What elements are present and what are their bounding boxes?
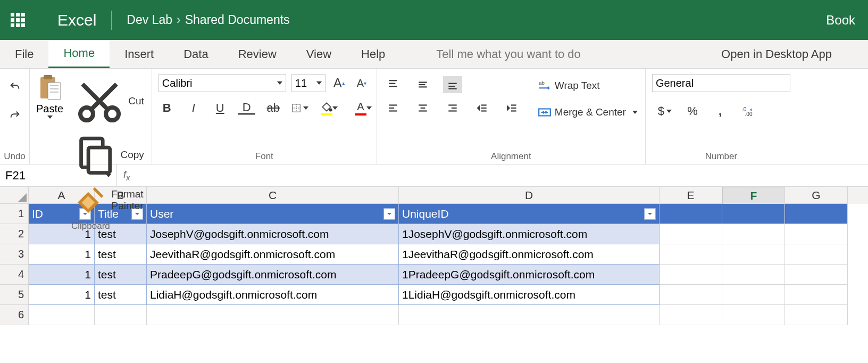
tab-data[interactable]: Data (169, 40, 223, 68)
percent-button[interactable]: % (684, 103, 701, 120)
app-launcher-icon[interactable] (11, 13, 26, 28)
font-color-button[interactable]: A (352, 100, 369, 117)
cell[interactable] (660, 265, 722, 285)
cell[interactable]: JosephV@godsgift.onmicrosoft.com (147, 224, 399, 244)
bold-button[interactable]: B (158, 100, 176, 117)
cell[interactable] (660, 244, 722, 265)
shrink-font-button[interactable]: A▾ (353, 75, 370, 92)
align-center-button[interactable] (413, 100, 432, 117)
cell[interactable] (147, 305, 399, 325)
cell[interactable] (722, 305, 785, 325)
cell[interactable] (660, 224, 722, 244)
cell[interactable] (785, 265, 848, 285)
cell[interactable] (785, 305, 848, 325)
breadcrumb-site[interactable]: Dev Lab (127, 13, 172, 27)
borders-button[interactable] (291, 100, 308, 117)
increase-indent-button[interactable] (503, 100, 522, 117)
row-header[interactable]: 1 (0, 204, 29, 224)
col-header-e[interactable]: E (660, 187, 722, 204)
fill-color-button[interactable] (318, 100, 335, 117)
tab-view[interactable]: View (291, 40, 346, 68)
format-painter-button[interactable]: Format Painter (73, 181, 145, 218)
cell[interactable]: 1LidiaH@godsgift.onmicrosoft.com (399, 285, 660, 305)
cell[interactable]: test (95, 265, 147, 285)
document-title[interactable]: Book (826, 13, 855, 28)
cell[interactable] (722, 204, 785, 224)
number-format-select[interactable]: General (652, 74, 790, 92)
tab-review[interactable]: Review (223, 40, 291, 68)
italic-button[interactable]: I (185, 100, 202, 117)
select-all-corner[interactable] (0, 187, 29, 204)
cell[interactable]: 1JeevithaR@godsgift.onmicrosoft.com (399, 244, 660, 265)
cell[interactable] (399, 305, 660, 325)
cell[interactable]: PradeepG@godsgift.onmicrosoft.com (147, 265, 399, 285)
double-underline-button[interactable]: D (238, 101, 255, 115)
row-header[interactable]: 2 (0, 224, 29, 244)
breadcrumb-lib[interactable]: Shared Documents (185, 13, 290, 27)
underline-button[interactable]: U (212, 100, 229, 117)
cell[interactable] (722, 224, 785, 244)
th-user[interactable]: User (147, 204, 399, 224)
breadcrumb[interactable]: Dev Lab›Shared Documents (127, 13, 289, 27)
align-bottom-button[interactable] (443, 76, 462, 93)
undo-button[interactable] (6, 78, 23, 95)
cell[interactable] (785, 285, 848, 305)
cell[interactable]: test (95, 285, 147, 305)
tab-file[interactable]: File (0, 40, 48, 68)
cell[interactable]: JeevithaR@godsgift.onmicrosoft.com (147, 244, 399, 265)
row-header[interactable]: 6 (0, 305, 29, 325)
row-header[interactable]: 5 (0, 285, 29, 305)
paste-button[interactable]: Paste (36, 74, 63, 119)
currency-button[interactable]: $ (656, 103, 673, 120)
merge-center-button[interactable]: Merge & Center (537, 104, 639, 121)
cell[interactable]: 1PradeepG@godsgift.onmicrosoft.com (399, 265, 660, 285)
cell[interactable] (722, 265, 785, 285)
col-header-d[interactable]: D (399, 187, 660, 204)
cell[interactable] (660, 285, 722, 305)
tab-insert[interactable]: Insert (110, 40, 169, 68)
align-right-button[interactable] (443, 100, 462, 117)
cell[interactable]: 1JosephV@godsgift.onmicrosoft.com (399, 224, 660, 244)
decrease-indent-button[interactable] (473, 100, 492, 117)
cell[interactable] (785, 224, 848, 244)
col-header-c[interactable]: C (147, 187, 399, 204)
cell[interactable] (660, 204, 722, 224)
comma-button[interactable]: , (712, 103, 729, 120)
cell[interactable] (95, 305, 147, 325)
cell[interactable]: 1 (29, 265, 95, 285)
th-uniqueid[interactable]: UniqueID (399, 204, 660, 224)
tab-help[interactable]: Help (346, 40, 400, 68)
align-top-button[interactable] (383, 76, 403, 93)
font-name-select[interactable]: Calibri (158, 74, 286, 92)
cell[interactable]: 1 (29, 285, 95, 305)
row-header[interactable]: 4 (0, 265, 29, 285)
cell[interactable]: 1 (29, 244, 95, 265)
font-size-select[interactable]: 11 (291, 74, 326, 92)
row-header[interactable]: 3 (0, 244, 29, 265)
cell[interactable] (660, 305, 722, 325)
filter-button[interactable] (383, 208, 395, 220)
increase-decimal-button[interactable]: .0.00 (739, 103, 756, 120)
col-header-g[interactable]: G (785, 187, 848, 204)
copy-button[interactable]: Copy (73, 131, 145, 178)
align-middle-button[interactable] (413, 76, 432, 93)
cut-button[interactable]: Cut (73, 74, 145, 128)
tell-me-search[interactable]: Tell me what you want to do (421, 40, 595, 68)
wrap-text-button[interactable]: abWrap Text (537, 77, 639, 94)
grow-font-button[interactable]: A▴ (331, 75, 348, 92)
cell[interactable]: test (95, 244, 147, 265)
align-left-button[interactable] (383, 100, 403, 117)
filter-button[interactable] (644, 208, 656, 220)
cell[interactable]: LidiaH@godsgift.onmicrosoft.com (147, 285, 399, 305)
formula-input[interactable] (137, 164, 868, 186)
strikethrough-button[interactable]: ab (265, 100, 282, 117)
redo-button[interactable] (6, 107, 23, 124)
cell[interactable] (722, 244, 785, 265)
col-header-f[interactable]: F (722, 187, 785, 205)
cell[interactable] (722, 285, 785, 305)
cell[interactable] (785, 204, 848, 224)
cell[interactable] (785, 244, 848, 265)
cell[interactable] (29, 305, 95, 325)
tab-home[interactable]: Home (48, 40, 110, 68)
open-desktop-button[interactable]: Open in Desktop App (706, 40, 847, 68)
